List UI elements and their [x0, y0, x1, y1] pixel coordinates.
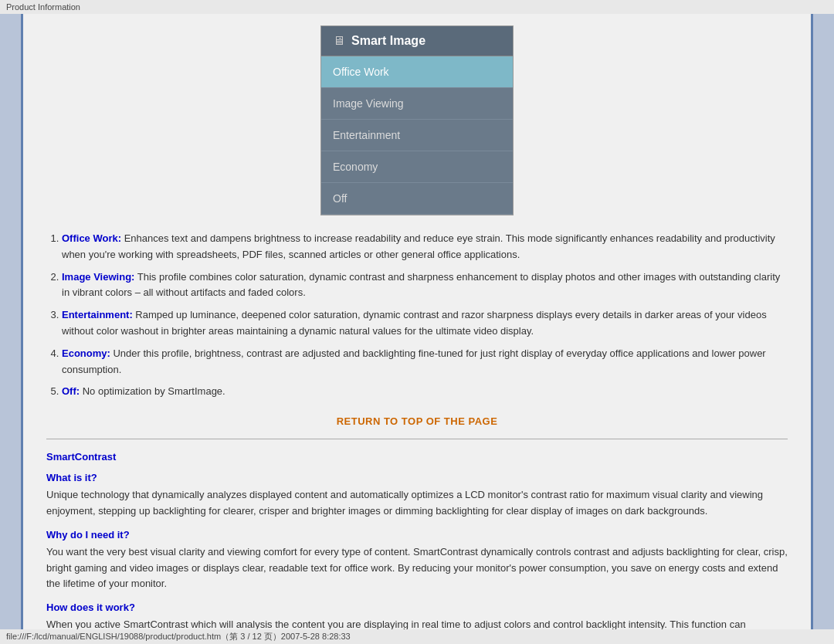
status-bar-text: file:///F:/lcd/manual/ENGLISH/19088/prod… [6, 632, 351, 641]
status-bar: file:///F:/lcd/manual/ENGLISH/19088/prod… [0, 629, 834, 644]
smart-image-icon: 🖥 [333, 34, 345, 48]
list-item: Entertainment: Ramped up luminance, deep… [62, 307, 788, 340]
main-content: 🖥 Smart Image Office Work Image Viewing … [23, 14, 811, 644]
top-bar-label: Product Information [6, 2, 80, 12]
menu-item-entertainment[interactable]: Entertainment [321, 120, 513, 151]
menu-item-off[interactable]: Off [321, 183, 513, 215]
what-is-it-title: What is it? [46, 472, 788, 483]
image-viewing-link[interactable]: Image Viewing: [62, 271, 134, 283]
list-item: Image Viewing: This profile combines col… [62, 269, 788, 302]
right-sidebar [811, 14, 834, 644]
left-sidebar [0, 14, 23, 644]
description-list: Office Work: Enhances text and dampens b… [62, 231, 788, 400]
entertainment-link[interactable]: Entertainment: [62, 309, 133, 320]
page-wrapper: 🖥 Smart Image Office Work Image Viewing … [0, 14, 834, 644]
smartcontrast-title[interactable]: SmartContrast [46, 451, 788, 463]
off-text: No optimization by SmartImage. [83, 385, 225, 397]
menu-item-office-work[interactable]: Office Work [321, 56, 513, 88]
top-bar: Product Information [0, 0, 834, 14]
list-item: Economy: Under this profile, brightness,… [62, 346, 788, 378]
office-work-link[interactable]: Office Work: [62, 232, 121, 244]
how-does-it-work-title: How does it work? [46, 602, 788, 613]
list-item: Office Work: Enhances text and dampens b… [62, 231, 788, 263]
economy-link[interactable]: Economy: [62, 347, 110, 359]
return-to-top-link[interactable]: RETURN TO TOP OF THE PAGE [46, 415, 788, 427]
smart-image-header: 🖥 Smart Image [321, 26, 513, 56]
why-need-it-title: Why do I need it? [46, 529, 788, 541]
list-item: Off: No optimization by SmartImage. [62, 384, 788, 400]
smart-image-panel: 🖥 Smart Image Office Work Image Viewing … [320, 25, 514, 215]
off-link[interactable]: Off: [62, 385, 80, 397]
menu-item-image-viewing[interactable]: Image Viewing [321, 88, 513, 120]
why-need-it-text: You want the very best visual clarity an… [46, 544, 788, 592]
what-is-it-text: Unique technology that dynamically analy… [46, 487, 788, 520]
economy-text: Under this profile, brightness, contrast… [62, 347, 766, 375]
image-viewing-text: This profile combines color saturation, … [62, 271, 780, 299]
menu-item-economy[interactable]: Economy [321, 151, 513, 183]
entertainment-text: Ramped up luminance, deepened color satu… [62, 309, 767, 337]
office-work-text: Enhances text and dampens brightness to … [62, 232, 775, 260]
divider [46, 439, 788, 439]
smart-image-panel-title: Smart Image [351, 34, 425, 48]
